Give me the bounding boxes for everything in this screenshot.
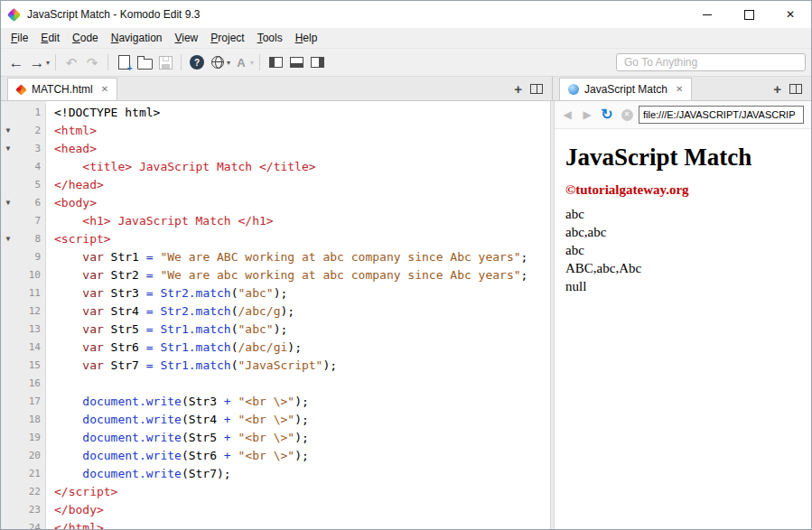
help-button[interactable]: ? [187,51,207,73]
fold-column [1,302,15,321]
forward-arrow-icon: → [30,55,45,70]
menu-code[interactable]: Code [66,30,105,46]
code-line-9[interactable]: 9 var Str1 = "We are ABC working at abc … [1,248,550,266]
stop-icon: ✕ [621,109,633,121]
editor-tab-actions: + [514,82,552,100]
code-line-20[interactable]: 20 document.write(Str6 + "<br \>"); [1,447,550,465]
editor-pane[interactable]: 1<!DOCTYPE html>▼2<html>▼3<head>4 <title… [1,101,550,529]
line-number: 14 [15,339,46,357]
line-number: 1 [15,104,46,122]
code-text: var Str7 = Str1.match("JavaScript"); [46,357,337,375]
code-line-16[interactable]: 16 [1,375,550,393]
font-dropdown-icon[interactable]: ▾ [250,59,254,67]
tab-close-icon[interactable]: ✕ [101,85,108,94]
maximize-icon [744,10,754,20]
code-line-5[interactable]: 5</head> [1,176,550,194]
back-button[interactable]: ← [6,51,26,73]
menu-edit[interactable]: Edit [34,30,66,46]
undo-button[interactable]: ↶ [61,51,81,73]
menu-view[interactable]: View [168,30,204,46]
code-line-24[interactable]: 24</html> [1,519,550,529]
forward-button[interactable]: → [27,51,47,73]
fold-arrow-icon[interactable]: ▼ [1,140,15,158]
code-line-7[interactable]: 7 <h1> JavaScript Match </h1> [1,212,550,230]
menu-tools[interactable]: Tools [251,30,289,46]
code-line-6[interactable]: ▼6<body> [1,194,550,212]
code-line-17[interactable]: 17 document.write(Str3 + "<br \>"); [1,393,550,411]
browser-back-button[interactable]: ◀ [559,106,575,124]
code-line-21[interactable]: 21 document.write(Str7); [1,465,550,483]
code-line-14[interactable]: 14 var Str6 = Str1.match(/abc/gi); [1,339,550,357]
preview-pane: ◀ ▶ ↻ ✕ JavaScript Match ©tutorialgatewa… [555,101,811,529]
toggle-right-pane-button[interactable] [307,51,327,73]
tab-javascript-match[interactable]: JavaScript Match ✕ [559,78,692,100]
tab-match-html[interactable]: MATCH.html ✕ [7,78,117,100]
fold-arrow-icon[interactable]: ▼ [1,194,15,212]
code-text: <title> JavaScript Match </title> [46,158,316,176]
fold-column [1,519,15,529]
fold-column [1,411,15,429]
close-button[interactable]: ✕ [770,1,811,28]
menu-project[interactable]: Project [204,30,250,46]
split-view-icon[interactable] [530,84,543,94]
tab-close-icon[interactable]: ✕ [676,85,683,94]
tab-label: JavaScript Match [584,83,667,96]
address-bar[interactable] [639,106,804,124]
code-line-4[interactable]: 4 <title> JavaScript Match </title> [1,158,550,176]
code-line-1[interactable]: 1<!DOCTYPE html> [1,104,550,122]
line-number: 10 [15,266,46,284]
fold-column [1,483,15,501]
code-line-15[interactable]: 15 var Str7 = Str1.match("JavaScript"); [1,357,550,375]
new-file-icon: + [118,55,130,70]
code-line-12[interactable]: 12 var Str4 = Str2.match(/abc/g); [1,302,550,321]
code-line-8[interactable]: ▼8<script> [1,230,550,248]
code-line-13[interactable]: 13 var Str5 = Str1.match("abc"); [1,321,550,339]
code-line-23[interactable]: 23</body> [1,501,550,519]
code-text: var Str4 = Str2.match(/abc/g); [46,302,294,321]
minimize-icon [703,14,712,15]
menu-navigation[interactable]: Navigation [105,30,169,46]
browser-back-icon: ◀ [563,108,571,121]
browser-dropdown-icon[interactable]: ▾ [227,59,230,67]
code-line-2[interactable]: ▼2<html> [1,122,550,140]
left-pane-icon [269,57,283,68]
goto-anything-input[interactable] [616,53,806,71]
code-line-3[interactable]: ▼3<head> [1,140,550,158]
code-line-18[interactable]: 18 document.write(Str4 + "<br \>"); [1,411,550,429]
menu-file[interactable]: File [5,30,34,46]
split-view-icon[interactable] [789,84,802,94]
open-file-button[interactable] [135,51,154,73]
fold-arrow-icon[interactable]: ▼ [1,230,15,248]
maximize-button[interactable] [728,1,770,28]
fold-arrow-icon[interactable]: ▼ [1,122,15,140]
globe-icon [211,56,224,69]
code-text: <body> [46,194,97,212]
preview-heading: JavaScript Match [565,144,800,172]
font-size-button[interactable]: A [231,51,251,73]
new-file-button[interactable]: + [114,51,134,73]
code-line-19[interactable]: 19 document.write(Str5 + "<br \>"); [1,429,550,447]
fold-column [1,447,15,465]
history-dropdown-icon[interactable]: ▾ [46,59,50,67]
code-line-22[interactable]: 22</script> [1,483,550,501]
menu-help[interactable]: Help [289,30,324,46]
save-button[interactable] [155,51,175,73]
code-line-10[interactable]: 10 var Str2 = "We are abc working at abc… [1,266,550,284]
redo-button[interactable]: ↷ [82,51,102,73]
toggle-bottom-pane-button[interactable] [286,51,306,73]
browser-stop-button[interactable]: ✕ [619,106,635,124]
output-line: abc [565,241,800,259]
toggle-left-pane-button[interactable] [266,51,285,73]
output-line: abc [565,205,800,223]
toolbar: ← → ▾ ↶ ↷ + ? ▾ A ▾ [1,49,811,77]
new-tab-button[interactable]: + [773,82,781,96]
fold-column [1,284,15,302]
code-line-11[interactable]: 11 var Str3 = Str2.match("abc"); [1,284,550,302]
preview-browser-button[interactable] [208,51,228,73]
browser-reload-button[interactable]: ↻ [599,106,615,124]
browser-forward-button[interactable]: ▶ [579,106,595,124]
minimize-button[interactable] [686,1,728,28]
new-tab-button[interactable]: + [514,82,522,96]
preview-tab-actions: + [773,82,811,100]
fold-column [1,465,15,483]
